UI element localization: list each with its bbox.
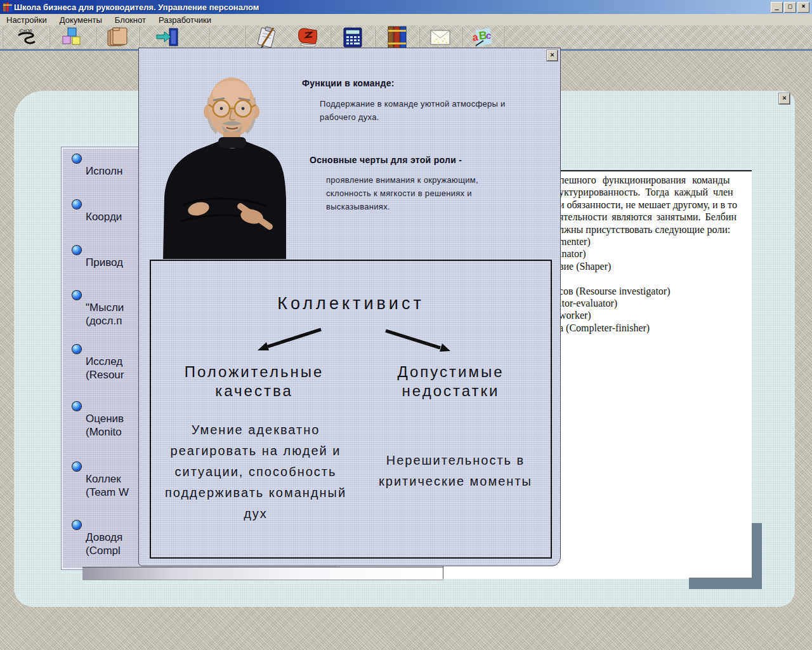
toolbar-button-clipboard[interactable] — [252, 27, 282, 48]
titlebar: Школа бизнеса для руководителя. Управлен… — [0, 0, 812, 14]
sphere-bullet-icon — [72, 462, 81, 471]
envelope-icon — [429, 29, 451, 46]
menu-developers[interactable]: Разработчики — [152, 15, 218, 25]
sphere-bullet-icon — [72, 246, 81, 255]
abc-letters-icon: a B c — [471, 27, 495, 48]
toolbar-divider — [95, 27, 96, 48]
doc-line: а (Completer-finisher) — [559, 322, 737, 335]
toolbar-divider — [244, 27, 246, 48]
positive-qualities-text: Умение адекватно реагировать на людей и … — [154, 420, 357, 524]
functions-text: Поддержание в команде уютной атмосферы и… — [320, 97, 507, 124]
menu-settings[interactable]: Настройки — [0, 15, 53, 25]
toolbar-button-mail[interactable] — [426, 27, 454, 48]
toolbar-button-exit[interactable] — [152, 27, 184, 48]
role-detail-popup: × Функции в команде: Поддержание в коман… — [138, 48, 561, 566]
belbin-text: пешного функционирования команды уктурир… — [559, 175, 737, 335]
red-book-icon — [295, 27, 320, 48]
folders-icon — [105, 27, 129, 48]
sphere-bullet-icon — [72, 291, 81, 300]
functions-header: Функции в команде: — [302, 78, 395, 88]
toolbar-button-redbook[interactable] — [293, 27, 322, 48]
toolbar-button-calculator[interactable] — [339, 27, 367, 48]
sphere-bullet-icon — [72, 345, 81, 354]
doc-line: inator) — [559, 248, 737, 260]
toolbar-button-library[interactable] — [383, 27, 410, 48]
exit-door-icon — [155, 27, 181, 48]
toolbar-divider — [374, 27, 376, 48]
menu-documents[interactable]: Документы — [53, 15, 108, 25]
toolbar-divider — [208, 27, 209, 48]
doc-line: ятельности являются занятыми. Белбин — [559, 211, 737, 223]
popup-close-button[interactable]: × — [547, 50, 558, 61]
library-books-icon — [385, 26, 408, 49]
doc-line: сов (Resourse investigator) — [559, 286, 737, 298]
calculator-icon — [341, 27, 364, 48]
toolbar-button-cubes[interactable] — [57, 27, 86, 48]
signature-scroll-icon: СлОб — [10, 27, 43, 48]
toolbar: СлОб — [0, 25, 812, 50]
team-worker-portrait-photo — [158, 72, 291, 259]
main-panel-close-button[interactable]: × — [779, 93, 790, 104]
sphere-bullet-icon — [72, 154, 81, 163]
window-controls: _ □ × — [771, 2, 809, 13]
toolbar-divider — [330, 27, 331, 48]
positive-qualities-header: Положительные качества — [173, 362, 335, 401]
app-icon — [3, 2, 13, 12]
doc-line: пешного функционирования команды — [559, 175, 737, 187]
traits-header: Основные черты для этой роли - — [310, 155, 462, 165]
doc-line: уктурированность. Тогда каждый член — [559, 187, 737, 199]
doc-line: и обязанности, не мешает другому, и в то — [559, 199, 737, 211]
menu-notebook[interactable]: Блокнот — [108, 15, 152, 25]
clipboard-pencil-icon — [254, 27, 280, 48]
toolbar-button-folders[interactable] — [103, 27, 132, 48]
list-bottom-scroll-edge[interactable] — [82, 567, 444, 580]
doc-line — [559, 273, 737, 285]
doc-line: menter) — [559, 236, 737, 248]
traits-text: проявление внимания к окружающим, склонн… — [326, 173, 520, 213]
close-button[interactable]: × — [797, 2, 809, 13]
screen: { "titlebar": { "title": "Школа бизнеса … — [0, 0, 812, 650]
sphere-bullet-icon — [72, 402, 81, 411]
toolbar-divider — [419, 27, 420, 48]
menubar: Настройки Документы Блокнот Разработчики — [0, 14, 812, 25]
toolbar-divider — [138, 27, 140, 48]
doc-line: лжны присутствовать следующие роли: — [559, 224, 737, 236]
doc-line: itor-evaluator) — [559, 298, 737, 310]
toolbar-button-signature[interactable]: СлОб — [9, 27, 44, 48]
allowed-weaknesses-text: Нерешительность в критические моменты — [370, 450, 541, 492]
toolbar-divider — [503, 27, 504, 48]
window-title: Школа бизнеса для руководителя. Управлен… — [14, 3, 259, 12]
color-cubes-icon — [60, 27, 83, 48]
toolbar-divider — [2, 27, 3, 48]
maximize-button[interactable]: □ — [784, 2, 796, 13]
collectivist-diagram: Коллективист Положительные качества Допу… — [150, 260, 552, 559]
toolbar-button-abc[interactable]: a B c — [468, 27, 497, 48]
doc-line: worker) — [559, 310, 737, 322]
doc-line: вие (Shaper) — [559, 261, 737, 273]
minimize-button[interactable]: _ — [771, 2, 783, 13]
toolbar-divider — [461, 27, 462, 48]
allowed-weaknesses-header: Допустимые недостатки — [370, 362, 532, 401]
sphere-bullet-icon — [72, 200, 81, 209]
sphere-bullet-icon — [72, 521, 81, 529]
page-corner-shadow-horizontal — [689, 578, 762, 589]
toolbar-divider — [49, 27, 50, 48]
